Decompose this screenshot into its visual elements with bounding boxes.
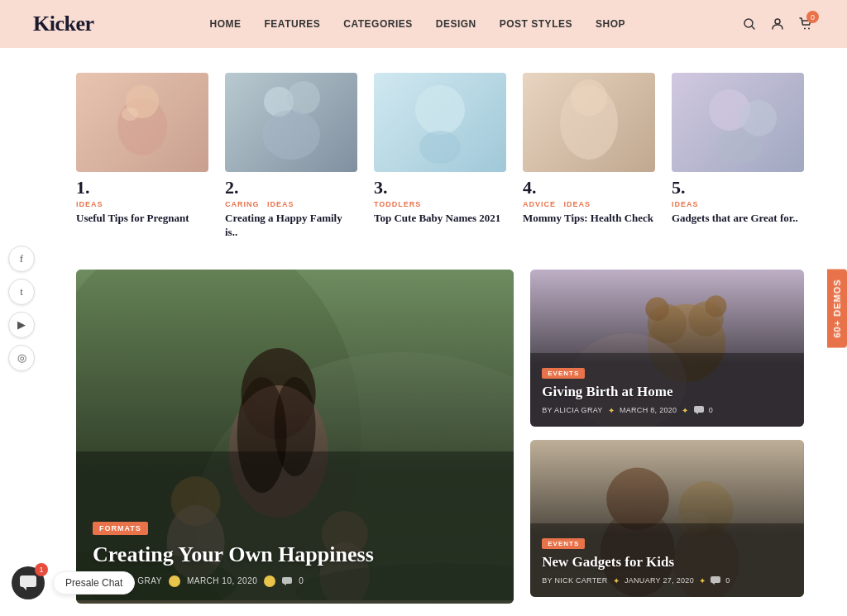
trending-num-2: 2.: [225, 177, 357, 198]
svg-marker-44: [696, 413, 698, 414]
trending-title-5: Gadgets that are Great for..: [672, 212, 804, 226]
cart-badge: 0: [806, 11, 819, 23]
social-instagram[interactable]: ◎: [8, 345, 35, 371]
side-post-2-comment-icon: [711, 576, 720, 585]
side-post-2-author: BY NICK CARTER: [542, 576, 607, 585]
svg-point-11: [415, 85, 465, 135]
svg-point-24: [275, 377, 316, 476]
trending-title-1: Useful Tips for Pregnant: [76, 212, 208, 226]
social-twitter[interactable]: t: [8, 279, 35, 305]
trending-title-4: Mommy Tips: Health Check: [523, 212, 655, 226]
social-sidebar: f t ▶ ◎: [8, 246, 35, 371]
featured-main-overlay: FORMATS Creating Your Own Happiness BY A…: [76, 504, 514, 604]
side-post-1-author: BY ALICIA GRAY: [542, 406, 602, 414]
trending-item-4[interactable]: 4. ADVICE IDEAS Mommy Tips: Health Check: [523, 73, 655, 226]
user-icon[interactable]: [769, 16, 786, 32]
svg-point-38: [646, 297, 669, 320]
side-post-1-meta: BY ALICIA GRAY ✦ MARCH 8, 2020 ✦ 0: [542, 406, 792, 415]
featured-comments: 0: [299, 576, 304, 585]
nav-features[interactable]: FEATURES: [265, 18, 321, 30]
side-post-2[interactable]: EVENTS New Gadgets for Kids BY NICK CART…: [530, 440, 804, 597]
nav-home[interactable]: HOME: [210, 18, 242, 30]
svg-point-17: [713, 131, 763, 164]
side-post-1-star: ✦: [608, 406, 615, 415]
trending-item-5[interactable]: 5. IDEAS Gadgets that are Great for..: [672, 73, 804, 226]
chat-button[interactable]: 1: [12, 566, 45, 599]
trending-title-3: Top Cute Baby Names 2021: [374, 212, 506, 226]
svg-rect-43: [694, 406, 704, 413]
featured-side-posts: EVENTS Giving Birth at Home BY ALICIA GR…: [530, 270, 804, 604]
trending-img-3: [374, 73, 506, 172]
trending-cat-1: IDEAS: [76, 200, 208, 208]
svg-marker-55: [23, 587, 26, 590]
main-nav: HOME FEATURES CATEGORIES DESIGN POST STY…: [210, 18, 625, 30]
svg-marker-53: [712, 583, 715, 585]
svg-line-1: [751, 26, 754, 30]
trending-img-5: [672, 73, 804, 172]
side-post-1-badge: EVENTS: [542, 368, 585, 379]
svg-point-12: [419, 131, 461, 164]
trending-cat-2: CARING IDEAS: [225, 200, 357, 208]
trending-img-1: [76, 73, 208, 172]
side-post-2-star2: ✦: [699, 576, 706, 585]
featured-badge: FORMATS: [93, 522, 148, 535]
chat-widget: 1 Presale Chat: [12, 566, 135, 599]
trending-num-3: 3.: [374, 177, 506, 198]
header-icons: 0: [741, 16, 814, 32]
nav-categories[interactable]: CATEGORIES: [343, 18, 412, 30]
side-post-1-star2: ✦: [682, 406, 688, 415]
featured-main-meta: BY ALICIA GRAY MARCH 10, 2020 0: [93, 575, 497, 587]
svg-point-16: [740, 100, 777, 136]
meta-dot-1: [169, 575, 180, 587]
svg-rect-52: [711, 576, 720, 583]
side-post-1-comment-icon: [694, 406, 704, 414]
social-facebook[interactable]: f: [8, 246, 35, 272]
trending-list: 1. IDEAS Useful Tips for Pregnant 2. CAR…: [76, 73, 804, 240]
svg-point-23: [237, 377, 287, 493]
trending-item-2[interactable]: 2. CARING IDEAS Creating a Happy Family …: [225, 73, 357, 240]
svg-point-7: [122, 107, 138, 121]
side-post-2-star: ✦: [613, 576, 620, 585]
trending-item-1[interactable]: 1. IDEAS Useful Tips for Pregnant: [76, 73, 208, 226]
svg-rect-54: [20, 575, 36, 587]
nav-post-styles[interactable]: POST STYLES: [500, 18, 572, 30]
header: Kicker HOME FEATURES CATEGORIES DESIGN P…: [0, 0, 847, 48]
svg-point-36: [648, 304, 687, 343]
side-post-2-title: New Gadgets for Kids: [542, 554, 792, 571]
chat-notification: 1: [35, 563, 48, 576]
svg-point-2: [775, 19, 780, 24]
demos-tab[interactable]: 60+ Demos: [827, 269, 847, 347]
trending-img-4: [523, 73, 655, 172]
trending-cat-3: TODDLERS: [374, 200, 506, 208]
main-content: 1. IDEAS Useful Tips for Pregnant 2. CAR…: [26, 48, 821, 616]
svg-point-39: [706, 295, 727, 317]
logo[interactable]: Kicker: [33, 12, 94, 36]
svg-point-37: [689, 301, 725, 337]
svg-point-22: [229, 385, 328, 518]
cart-icon[interactable]: 0: [797, 16, 814, 32]
side-post-1-comments: 0: [709, 406, 713, 414]
nav-shop[interactable]: SHOP: [596, 18, 625, 30]
trending-num-4: 4.: [523, 177, 655, 198]
chat-label[interactable]: Presale Chat: [53, 571, 135, 595]
svg-point-9: [287, 81, 320, 114]
trending-cat-5: IDEAS: [672, 200, 804, 208]
nav-design[interactable]: DESIGN: [436, 18, 476, 30]
svg-marker-33: [284, 584, 286, 585]
svg-point-3: [804, 28, 806, 30]
svg-point-4: [808, 28, 810, 30]
featured-main-title: Creating Your Own Happiness: [93, 542, 497, 567]
trending-item-3[interactable]: 3. TODDLERS Top Cute Baby Names 2021: [374, 73, 506, 226]
meta-dot-2: [264, 575, 275, 587]
social-youtube[interactable]: ▶: [8, 312, 35, 338]
trending-num-1: 1.: [76, 177, 208, 198]
search-icon[interactable]: [741, 16, 758, 32]
featured-main-post[interactable]: FORMATS Creating Your Own Happiness BY A…: [76, 270, 514, 604]
trending-title-2: Creating a Happy Family is..: [225, 212, 357, 240]
side-post-2-overlay: EVENTS New Gadgets for Kids BY NICK CART…: [530, 524, 804, 596]
svg-rect-32: [282, 577, 292, 584]
side-post-1[interactable]: EVENTS Giving Birth at Home BY ALICIA GR…: [530, 270, 804, 427]
side-post-2-meta: BY NICK CARTER ✦ JANUARY 27, 2020 ✦ 0: [542, 576, 792, 585]
featured-section: FORMATS Creating Your Own Happiness BY A…: [76, 270, 804, 604]
svg-point-46: [606, 467, 669, 530]
